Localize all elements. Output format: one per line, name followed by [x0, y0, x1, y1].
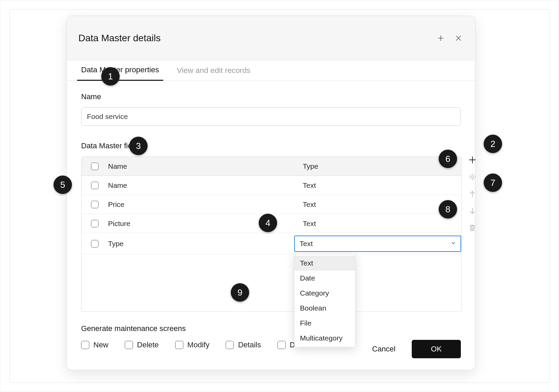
callout-marker: 3: [129, 137, 148, 155]
maintenance-option-truncated[interactable]: D: [277, 341, 295, 349]
table-row[interactable]: Name Text: [81, 176, 461, 195]
move-down-icon[interactable]: [468, 206, 477, 216]
dropdown-option[interactable]: Text: [294, 256, 355, 271]
cancel-button[interactable]: Cancel: [366, 341, 402, 358]
table-empty-space: [81, 254, 461, 312]
add-field-icon[interactable]: [468, 155, 477, 165]
checkbox[interactable]: [277, 341, 286, 349]
dropdown-option[interactable]: File: [294, 316, 355, 331]
move-up-icon[interactable]: [468, 189, 477, 199]
dialog-data-master-details: Data Master details Data Master properti…: [66, 16, 475, 370]
checkbox[interactable]: [81, 341, 89, 349]
column-name: Name: [108, 162, 303, 170]
dropdown-option[interactable]: Category: [294, 286, 355, 301]
row-checkbox[interactable]: [91, 240, 99, 247]
maintenance-option-modify[interactable]: Modify: [175, 341, 210, 349]
name-label: Name: [81, 92, 461, 101]
callout-marker: 5: [54, 176, 72, 194]
delete-icon[interactable]: [468, 223, 477, 233]
checkbox[interactable]: [226, 341, 234, 349]
table-row[interactable]: Price Text: [81, 195, 461, 214]
callout-marker: 2: [484, 135, 502, 153]
callout-marker: 7: [484, 174, 502, 192]
field-tools: [466, 154, 479, 233]
fields-table: Name Type Name Text Price Text: [81, 156, 462, 312]
tab-properties[interactable]: Data Master properties: [77, 59, 163, 81]
field-type[interactable]: Text: [303, 220, 461, 228]
chevron-down-icon: [450, 240, 456, 248]
dropdown-option[interactable]: Multicategory: [294, 331, 355, 346]
field-name[interactable]: Name: [108, 181, 303, 190]
close-icon[interactable]: [453, 33, 464, 43]
gear-icon[interactable]: [468, 172, 477, 182]
dropdown-option[interactable]: Boolean: [294, 301, 355, 316]
ok-button[interactable]: OK: [412, 340, 461, 358]
svg-point-0: [471, 176, 474, 178]
tab-records[interactable]: View and edit records: [173, 60, 255, 80]
dialog-header: Data Master details: [67, 16, 475, 60]
field-type-select[interactable]: Text: [294, 236, 461, 252]
callout-marker: 9: [231, 283, 249, 302]
checkbox[interactable]: [125, 341, 133, 349]
callout-marker: 1: [101, 67, 120, 86]
row-checkbox[interactable]: [91, 220, 99, 227]
maintenance-option-delete[interactable]: Delete: [125, 341, 159, 349]
tabs: Data Master properties View and edit rec…: [67, 60, 475, 81]
field-name[interactable]: Price: [108, 200, 303, 209]
type-dropdown: Text Date Category Boolean File Multicat…: [294, 254, 356, 347]
add-icon[interactable]: [436, 33, 446, 43]
field-type[interactable]: Text: [303, 200, 461, 209]
dialog-title: Data Master details: [78, 33, 161, 44]
select-all-checkbox[interactable]: [91, 163, 99, 170]
maintenance-option-new[interactable]: New: [81, 341, 108, 349]
table-row[interactable]: Type Text Text Date Categ: [81, 233, 461, 254]
callout-marker: 6: [439, 150, 457, 168]
maintenance-option-details[interactable]: Details: [226, 341, 261, 349]
checkbox[interactable]: [175, 341, 183, 349]
row-checkbox[interactable]: [91, 201, 99, 208]
maintenance-label: Generate maintenance screens: [81, 324, 461, 333]
table-header-row: Name Type: [81, 157, 461, 176]
field-type[interactable]: Text: [303, 181, 461, 190]
field-name[interactable]: Type: [108, 240, 298, 248]
column-type: Type: [303, 162, 461, 170]
callout-marker: 8: [439, 200, 457, 218]
row-checkbox[interactable]: [91, 182, 99, 189]
callout-marker: 4: [259, 214, 277, 232]
dropdown-option[interactable]: Date: [294, 271, 355, 286]
field-type-value: Text: [300, 240, 313, 248]
name-input[interactable]: [81, 107, 461, 126]
